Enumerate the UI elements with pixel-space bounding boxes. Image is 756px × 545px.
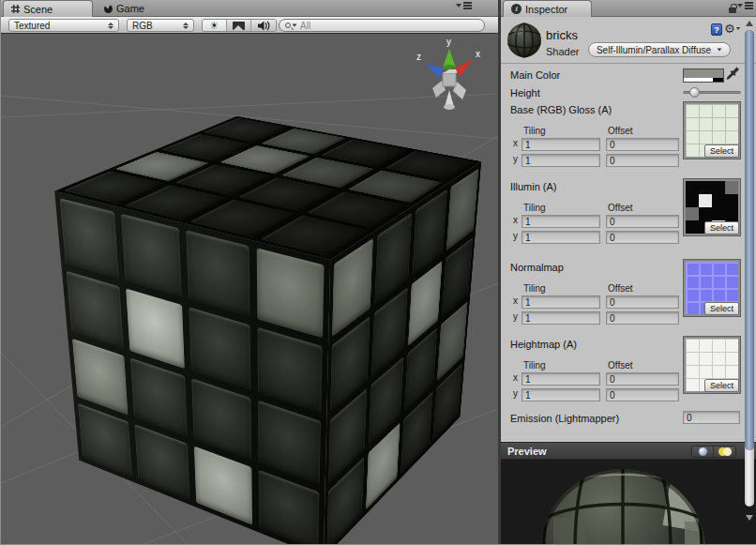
texture-section-illumin: Illumin (A) Tiling Offset x y Select xyxy=(501,181,756,258)
tiling-y-input[interactable] xyxy=(522,231,600,244)
scroll-up-arrow-icon[interactable] xyxy=(744,19,755,28)
preview-shape-button[interactable] xyxy=(692,447,714,457)
y-axis-label: y xyxy=(513,311,518,322)
scene-grid-icon xyxy=(11,5,20,13)
height-slider-knob[interactable] xyxy=(689,87,700,98)
draw-mode-value: Textured xyxy=(14,21,103,31)
bricks-cube-object[interactable] xyxy=(182,137,352,506)
tab-inspector[interactable]: Inspector xyxy=(503,0,592,17)
tiling-x-input[interactable] xyxy=(522,215,600,228)
texture-section-normalmap: Normalmap Tiling Offset x y Select xyxy=(501,262,756,339)
gizmo-center-cube[interactable] xyxy=(443,73,456,86)
offset-y-input[interactable] xyxy=(606,231,679,244)
tiling-y-input[interactable] xyxy=(522,154,600,167)
audio-toggle-button[interactable] xyxy=(251,20,276,31)
main-color-swatch[interactable] xyxy=(683,68,724,83)
scene-view-toggles: ☀ xyxy=(202,19,277,32)
offset-x-input[interactable] xyxy=(606,295,679,309)
tiling-x-input[interactable] xyxy=(522,295,600,309)
tab-scene[interactable]: Scene xyxy=(3,0,93,17)
lock-icon[interactable] xyxy=(729,8,736,13)
heightmap-texture-thumbnail[interactable]: Select xyxy=(684,337,740,393)
search-filter-triangle-icon[interactable] xyxy=(293,23,297,26)
tab-scene-label: Scene xyxy=(23,4,53,15)
game-icon xyxy=(104,5,113,13)
offset-x-input[interactable] xyxy=(606,138,679,151)
updown-arrows-icon xyxy=(108,23,113,29)
inspector-panel: Inspector xyxy=(501,0,756,545)
tiling-header: Tiling xyxy=(523,283,546,294)
tab-inspector-label: Inspector xyxy=(525,4,567,15)
y-axis-label: y xyxy=(513,388,518,399)
base-texture-thumbnail[interactable]: Select xyxy=(684,102,740,159)
preview-header[interactable]: Preview xyxy=(501,442,756,460)
scene-orientation-gizmo[interactable]: y x z xyxy=(414,36,485,113)
offset-x-input[interactable] xyxy=(606,215,679,228)
scroll-down-arrow-icon[interactable] xyxy=(744,513,755,522)
inspector-pane-menu-icon[interactable] xyxy=(737,4,753,8)
height-slider[interactable] xyxy=(683,91,741,94)
offset-y-input[interactable] xyxy=(606,388,679,401)
select-texture-button[interactable]: Select xyxy=(704,144,739,158)
section-label: Normalmap xyxy=(510,262,564,273)
inspector-tabbar: Inspector xyxy=(501,0,756,17)
illumin-texture-thumbnail[interactable]: Select xyxy=(684,179,740,235)
offset-y-input[interactable] xyxy=(606,154,679,167)
height-label: Height xyxy=(510,87,540,98)
preview-sphere xyxy=(501,460,744,545)
preview-light-button[interactable] xyxy=(714,447,735,457)
lighting-toggle-button[interactable]: ☀ xyxy=(203,20,227,31)
x-axis-label: x xyxy=(513,138,518,148)
offset-header: Offset xyxy=(608,283,633,294)
normalmap-texture-thumbnail[interactable]: Select xyxy=(684,260,740,316)
select-texture-button[interactable]: Select xyxy=(704,379,739,392)
tiling-x-input[interactable] xyxy=(522,138,600,151)
offset-x-input[interactable] xyxy=(606,372,679,386)
texture-section-base: Base (RGB) Gloss (A) Tiling Offset x y S… xyxy=(501,104,756,181)
x-axis-label: x xyxy=(513,372,518,383)
search-icon xyxy=(285,23,291,28)
updown-arrows-icon xyxy=(183,23,189,29)
info-icon xyxy=(511,4,522,14)
material-header: bricks Shader Self-Illumin/Parallax Diff… xyxy=(501,17,756,64)
scene-viewport[interactable]: y x z xyxy=(1,34,498,545)
dropdown-triangle-icon xyxy=(456,4,461,8)
render-mode-dropdown[interactable]: RGB xyxy=(127,19,194,32)
scene-pane-menu-icon[interactable] xyxy=(456,4,472,8)
offset-header: Offset xyxy=(608,203,633,213)
skybox-toggle-button[interactable] xyxy=(227,20,251,31)
shader-dropdown[interactable]: Self-Illumin/Parallax Diffuse xyxy=(588,42,731,57)
tiling-x-input[interactable] xyxy=(522,372,600,386)
hamburger-icon xyxy=(745,2,753,4)
x-axis-label: x xyxy=(513,295,518,306)
tab-game[interactable]: Game xyxy=(97,0,190,17)
scene-toolbar: Textured RGB ☀ xyxy=(1,17,498,34)
tiling-y-input[interactable] xyxy=(522,311,600,325)
select-texture-button[interactable]: Select xyxy=(704,221,739,235)
search-input[interactable] xyxy=(300,21,460,31)
offset-header: Offset xyxy=(608,360,633,371)
tiling-y-input[interactable] xyxy=(522,388,600,401)
section-label: Heightmap (A) xyxy=(510,339,577,350)
scrollbar-thumb[interactable] xyxy=(745,30,754,450)
material-name: bricks xyxy=(546,28,578,42)
main-color-label: Main Color xyxy=(510,69,560,81)
eyedropper-icon[interactable] xyxy=(726,66,739,82)
gizmo-x-axis[interactable] xyxy=(455,60,473,77)
draw-mode-dropdown[interactable]: Textured xyxy=(8,19,119,32)
section-label: Base (RGB) Gloss (A) xyxy=(510,104,612,115)
gizmo-z-axis[interactable] xyxy=(425,64,444,78)
x-axis-label: x xyxy=(513,215,518,225)
select-texture-button[interactable]: Select xyxy=(704,302,739,315)
preview-toolbar xyxy=(691,446,736,458)
gear-icon[interactable] xyxy=(724,22,740,36)
offset-y-input[interactable] xyxy=(606,311,679,325)
y-axis-label: y xyxy=(513,231,518,241)
speaker-icon xyxy=(257,21,270,31)
tab-game-label: Game xyxy=(116,3,144,14)
alpha-bar xyxy=(684,78,723,82)
offset-header: Offset xyxy=(608,126,633,136)
material-preview-area[interactable] xyxy=(501,460,756,545)
help-icon[interactable] xyxy=(711,23,722,36)
emission-input[interactable] xyxy=(683,411,740,424)
